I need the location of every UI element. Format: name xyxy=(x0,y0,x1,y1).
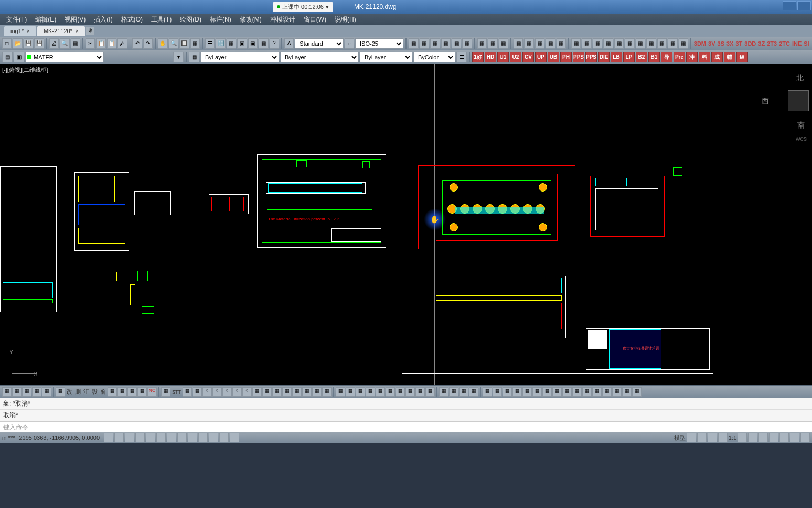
btb-27[interactable]: ▦ xyxy=(336,387,345,397)
btb-15[interactable]: ○ xyxy=(212,387,222,397)
btb-5[interactable]: ▦ xyxy=(42,387,51,397)
btb-28[interactable]: ▦ xyxy=(346,387,355,397)
btb-19[interactable]: ▦ xyxy=(252,387,262,397)
red-label-3v[interactable]: 3V xyxy=(708,40,715,47)
preview-icon[interactable]: 🔍 xyxy=(60,38,69,49)
tb-icon-11[interactable]: ▦ xyxy=(524,38,533,49)
btb-18[interactable]: ○ xyxy=(242,387,252,397)
red-label-3dm[interactable]: 3DM xyxy=(693,40,707,47)
tb-icon-1[interactable]: ▦ xyxy=(409,38,418,49)
layer-prev-icon[interactable]: ▣ xyxy=(14,52,24,62)
menu-format[interactable]: 格式(O) xyxy=(117,14,147,25)
btb-42[interactable]: ▦ xyxy=(493,387,502,397)
btb-54[interactable]: ▦ xyxy=(612,387,622,397)
tb-icon-24[interactable]: ▦ xyxy=(668,38,677,49)
btb-23[interactable]: ▦ xyxy=(292,387,302,397)
btb-40[interactable]: ▦ xyxy=(469,387,478,397)
command-input[interactable]: 键入命令 xyxy=(0,421,812,432)
btb-55[interactable]: ▦ xyxy=(622,387,632,397)
sb-r10[interactable] xyxy=(790,433,799,442)
btb-53[interactable]: ▦ xyxy=(602,387,612,397)
tb-icon-13[interactable]: ▦ xyxy=(546,38,555,49)
color-icon[interactable]: ▦ xyxy=(189,52,199,62)
btb-26[interactable]: ▦ xyxy=(322,387,332,397)
tb-icon-14[interactable]: ▦ xyxy=(557,38,566,49)
menu-tools[interactable]: 工具(T) xyxy=(147,14,176,25)
table-icon[interactable]: ▦ xyxy=(227,38,236,49)
btb-2[interactable]: ▦ xyxy=(12,387,22,397)
red-label-3z[interactable]: 3Z xyxy=(757,40,765,47)
btb-21[interactable]: ▦ xyxy=(272,387,282,397)
sb-r8[interactable] xyxy=(769,433,778,442)
btb-12[interactable]: ▦ xyxy=(183,387,192,397)
btb-20[interactable]: ▦ xyxy=(262,387,272,397)
undo-icon[interactable]: ↶ xyxy=(132,38,142,49)
ortho-button[interactable] xyxy=(125,433,134,442)
btb-35[interactable]: ▦ xyxy=(415,387,425,397)
tb-icon-22[interactable]: ▦ xyxy=(646,38,656,49)
sb-r4[interactable] xyxy=(718,433,728,442)
menu-view[interactable]: 视图(V) xyxy=(60,14,90,25)
red-btn-b1[interactable]: B1 xyxy=(648,52,660,62)
maximize-button[interactable] xyxy=(797,1,811,10)
btb-10[interactable]: ▦ xyxy=(137,387,147,397)
new-icon[interactable]: □ xyxy=(2,38,12,49)
red-btn-ub[interactable]: UB xyxy=(548,52,559,62)
menu-modify[interactable]: 修改(M) xyxy=(236,14,266,25)
zoom-window-icon[interactable]: 🔲 xyxy=(179,38,189,49)
plot-color-select[interactable]: ByColor xyxy=(413,52,455,62)
help-icon[interactable]: ? xyxy=(270,38,279,49)
text-style-select[interactable]: Standard xyxy=(295,38,343,49)
tb-icon-3[interactable]: ▦ xyxy=(430,38,440,49)
paste-icon[interactable]: 📋 xyxy=(107,38,116,49)
sb-r6[interactable] xyxy=(748,433,757,442)
btb-22[interactable]: ▦ xyxy=(282,387,292,397)
properties-icon[interactable]: ☰ xyxy=(205,38,215,49)
btb-6[interactable]: ▦ xyxy=(56,387,65,397)
tb-icon-17[interactable]: ▦ xyxy=(593,38,602,49)
chevron-down-icon[interactable]: ▾ xyxy=(326,4,329,10)
sb-r5[interactable] xyxy=(738,433,747,442)
red-btn-fu[interactable]: 輔 xyxy=(724,52,735,62)
btb-46[interactable]: ▦ xyxy=(532,387,542,397)
red-btn-dao[interactable]: 导 xyxy=(661,52,672,62)
menu-insert[interactable]: 插入(I) xyxy=(90,14,116,25)
am-button[interactable] xyxy=(230,433,239,442)
viewcube-wcs[interactable]: WCS xyxy=(796,136,807,142)
linetype3-select[interactable]: ByLayer xyxy=(360,52,412,62)
red-btn-ph[interactable]: PH xyxy=(560,52,572,62)
otrack-button[interactable] xyxy=(156,433,166,442)
session-tab[interactable]: 上课中 00:12:06 ▾ xyxy=(273,2,333,12)
pan-icon[interactable]: ✋ xyxy=(158,38,167,49)
doc-tab-1[interactable]: ing1* × xyxy=(4,26,36,36)
zoom-icon[interactable]: 🔍 xyxy=(169,38,178,49)
palette-icon[interactable]: ▦ xyxy=(259,38,268,49)
red-btn-u2[interactable]: U2 xyxy=(510,52,521,62)
red-label-3x[interactable]: 3X xyxy=(726,40,734,47)
layer-states-icon[interactable]: ▾ xyxy=(173,52,184,62)
scale-label[interactable]: 1:1 xyxy=(729,435,736,441)
btb-47[interactable]: ▦ xyxy=(542,387,552,397)
grid-button[interactable] xyxy=(114,433,124,442)
red-btn-pps[interactable]: PPS xyxy=(573,52,584,62)
btb-4[interactable]: ▦ xyxy=(32,387,41,397)
ducs-button[interactable] xyxy=(167,433,176,442)
tpy-button[interactable] xyxy=(198,433,208,442)
close-icon[interactable]: × xyxy=(76,28,79,34)
redo-icon[interactable]: ↷ xyxy=(143,38,153,49)
linetype2-select[interactable]: ByLayer xyxy=(280,52,359,62)
sb-r7[interactable] xyxy=(758,433,768,442)
sb-r1[interactable] xyxy=(687,433,696,442)
polar-button[interactable] xyxy=(135,433,145,442)
block-icon[interactable]: ▣ xyxy=(237,38,247,49)
btb-11[interactable]: ▦ xyxy=(161,387,170,397)
red-btn-pre[interactable]: Pre xyxy=(674,52,685,62)
viewport-label[interactable]: [-][俯视][二维线框] xyxy=(2,66,48,74)
layer-icon[interactable]: ▤ xyxy=(2,52,13,62)
btb-nc[interactable]: NC xyxy=(147,387,157,397)
btb-30[interactable]: ▦ xyxy=(366,387,375,397)
tb-icon-4[interactable]: ▦ xyxy=(441,38,451,49)
tb-icon-23[interactable]: ▦ xyxy=(657,38,667,49)
btb-36[interactable]: ▦ xyxy=(425,387,435,397)
tb-icon-5[interactable]: ▦ xyxy=(452,38,461,49)
